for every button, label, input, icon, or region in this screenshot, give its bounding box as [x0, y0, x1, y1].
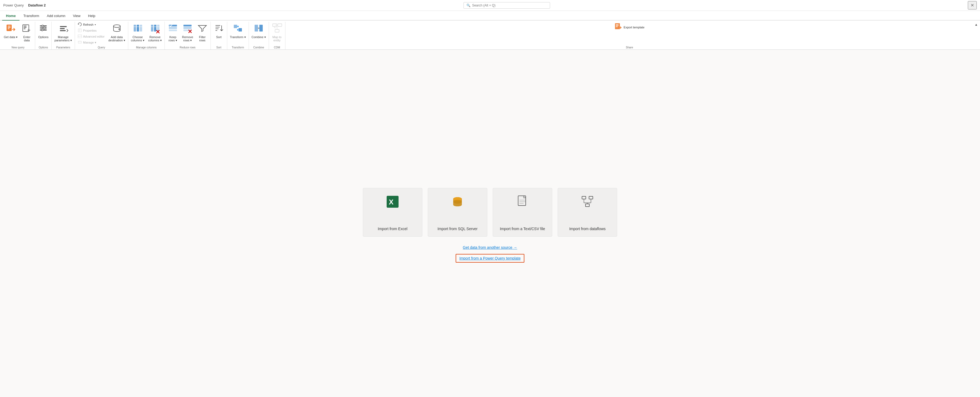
import-textcsv-card[interactable]: Import from a Text/CSV file [493, 188, 552, 237]
export-template-label: Export template [624, 26, 644, 29]
transform-group-label: Transform [228, 45, 248, 49]
query-group-label: Query [76, 45, 127, 49]
ribbon-group-options: Options Options [35, 22, 52, 49]
import-excel-card[interactable]: X Import from Excel [363, 188, 422, 237]
svg-point-69 [453, 200, 462, 204]
ribbon-group-cdm: Map toentity CDM [269, 22, 285, 49]
ribbon-group-manage-columns: Choosecolumns ▾ Removecolumns ▾ Manage c… [128, 22, 165, 49]
svg-rect-2 [8, 27, 10, 28]
enter-data-icon [21, 23, 32, 35]
sort-button[interactable]: Sort [212, 22, 226, 40]
tab-help[interactable]: Help [84, 12, 99, 21]
doc-name: Dataflow 2 [28, 3, 46, 7]
add-data-destination-button[interactable]: Add datadestination ▾ [107, 22, 127, 45]
transform-button[interactable]: Transform ▾ [228, 22, 248, 40]
choose-cols-icon [132, 23, 143, 35]
transform-label: Transform ▾ [230, 35, 246, 39]
import-template-link[interactable]: Import from a Power Query template [460, 256, 520, 260]
refresh-button[interactable]: Refresh ▾ [76, 22, 107, 28]
manage-params-icon [58, 23, 69, 35]
svg-rect-61 [615, 23, 620, 29]
svg-point-13 [42, 25, 44, 27]
close-button[interactable]: ✕ [968, 1, 977, 10]
svg-rect-54 [255, 25, 258, 32]
export-template-button[interactable]: Export template [613, 22, 646, 33]
svg-rect-57 [278, 24, 282, 27]
svg-rect-34 [151, 25, 153, 32]
remove-cols-icon [150, 23, 161, 35]
manage-label: Manage ▾ [83, 41, 96, 44]
import-textcsv-label: Import from a Text/CSV file [500, 227, 545, 231]
enter-data-button[interactable]: Enterdata [20, 22, 34, 43]
svg-rect-3 [8, 29, 9, 29]
advanced-editor-button[interactable]: Advanced editor [76, 33, 107, 40]
manage-cols-group-label: Manage columns [129, 45, 164, 49]
svg-text:X: X [389, 198, 394, 206]
import-dataflows-card[interactable]: Import from dataflows [558, 188, 617, 237]
remove-rows-label: Removerows ▾ [182, 35, 193, 42]
svg-point-27 [113, 25, 120, 28]
title-bar: Power Query Dataflow 2 🔍 ✕ [0, 0, 980, 11]
svg-rect-42 [169, 30, 177, 31]
remove-rows-button[interactable]: Removerows ▾ [180, 22, 195, 43]
search-box[interactable]: 🔍 [463, 2, 550, 9]
map-to-entity-button[interactable]: Map toentity [270, 22, 284, 43]
search-icon: 🔍 [466, 3, 471, 7]
manage-parameters-button[interactable]: Manageparameters ▾ [53, 22, 73, 43]
filter-rows-button[interactable]: Filterrows [195, 22, 209, 43]
combine-group-label: Combine [250, 45, 267, 49]
excel-icon: X [385, 195, 399, 211]
choose-columns-button[interactable]: Choosecolumns ▾ [129, 22, 146, 43]
refresh-icon [78, 22, 82, 27]
tab-view[interactable]: View [69, 12, 84, 21]
svg-rect-31 [137, 25, 139, 32]
ribbon-group-share: Export template Share [285, 22, 974, 49]
svg-rect-58 [275, 30, 279, 32]
svg-rect-62 [616, 24, 619, 25]
ribbon-group-combine: Combine ▾ Combine [249, 22, 269, 49]
add-data-dest-label: Add datadestination ▾ [108, 35, 125, 42]
svg-rect-17 [60, 28, 65, 29]
import-sql-card[interactable]: Import from SQL Server [428, 188, 487, 237]
map-entity-label: Map toentity [272, 35, 282, 42]
svg-rect-74 [582, 196, 586, 199]
ribbon-group-query: Refresh ▾ Properties [75, 22, 128, 49]
combine-button[interactable]: Combine ▾ [250, 22, 267, 40]
properties-button[interactable]: Properties [76, 28, 107, 33]
svg-line-24 [80, 35, 80, 37]
manage-button[interactable]: Manage ▾ [76, 40, 107, 45]
map-entity-icon [272, 23, 283, 35]
svg-rect-35 [154, 25, 156, 32]
ribbon-collapse-button[interactable]: ▲ [975, 23, 978, 27]
title-bar-left: Power Query Dataflow 2 [3, 3, 46, 7]
remove-cols-label: Removecolumns ▾ [148, 35, 162, 42]
parameters-group-label: Parameters [53, 45, 73, 49]
import-cards: X Import from Excel Import from SQL Serv… [363, 188, 617, 237]
svg-rect-43 [183, 25, 192, 27]
choose-cols-label: Choosecolumns ▾ [131, 35, 145, 42]
svg-rect-6 [24, 27, 27, 28]
keep-rows-button[interactable]: Keeprows ▾ [166, 22, 180, 43]
advanced-editor-icon [78, 34, 82, 39]
svg-rect-18 [60, 30, 65, 31]
query-col: Refresh ▾ Properties [76, 22, 107, 45]
import-excel-label: Import from Excel [378, 227, 407, 231]
options-button[interactable]: Options [36, 22, 50, 40]
remove-columns-button[interactable]: Removecolumns ▾ [146, 22, 164, 43]
svg-rect-25 [78, 41, 81, 43]
svg-rect-52 [234, 25, 237, 29]
remove-rows-icon [182, 23, 193, 35]
ribbon-group-sort: Sort Sort [211, 22, 227, 49]
get-data-another-source-link[interactable]: Get data from another source → [463, 245, 517, 249]
svg-rect-32 [140, 25, 142, 32]
properties-icon [78, 28, 82, 33]
search-input[interactable] [472, 3, 547, 7]
tab-transform[interactable]: Transform [19, 12, 43, 21]
ribbon: Get data ▾ Enterdata New query [0, 21, 980, 50]
filter-rows-icon [197, 23, 208, 35]
tab-add-column[interactable]: Add column [43, 12, 69, 21]
get-data-button[interactable]: Get data ▾ [2, 22, 19, 40]
get-data-icon [5, 23, 16, 35]
svg-rect-44 [183, 27, 192, 29]
tab-home[interactable]: Home [2, 12, 19, 21]
